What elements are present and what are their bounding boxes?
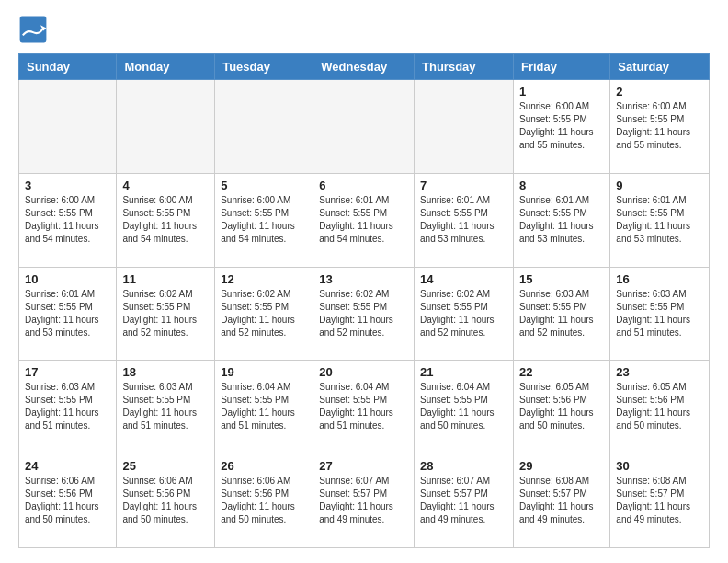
calendar-cell: 24Sunrise: 6:06 AM Sunset: 5:56 PM Dayli… bbox=[19, 454, 117, 548]
day-number: 26 bbox=[221, 459, 307, 473]
header bbox=[18, 15, 710, 44]
weekday-header-wednesday: Wednesday bbox=[313, 54, 415, 80]
day-info: Sunrise: 6:04 AM Sunset: 5:55 PM Dayligh… bbox=[319, 381, 408, 432]
calendar-cell: 16Sunrise: 6:03 AM Sunset: 5:55 PM Dayli… bbox=[610, 267, 710, 361]
day-number: 6 bbox=[319, 178, 408, 192]
day-info: Sunrise: 6:07 AM Sunset: 5:57 PM Dayligh… bbox=[420, 475, 507, 526]
day-number: 13 bbox=[319, 272, 408, 286]
day-info: Sunrise: 6:08 AM Sunset: 5:57 PM Dayligh… bbox=[616, 475, 703, 526]
day-number: 4 bbox=[122, 178, 209, 192]
day-number: 10 bbox=[25, 272, 110, 286]
day-info: Sunrise: 6:00 AM Sunset: 5:55 PM Dayligh… bbox=[122, 194, 209, 246]
page: SundayMondayTuesdayWednesdayThursdayFrid… bbox=[0, 0, 728, 563]
week-row-5: 24Sunrise: 6:06 AM Sunset: 5:56 PM Dayli… bbox=[19, 454, 710, 548]
day-info: Sunrise: 6:04 AM Sunset: 5:55 PM Dayligh… bbox=[420, 381, 507, 432]
week-row-1: 1Sunrise: 6:00 AM Sunset: 5:55 PM Daylig… bbox=[19, 80, 710, 174]
calendar-cell: 13Sunrise: 6:02 AM Sunset: 5:55 PM Dayli… bbox=[313, 267, 415, 361]
day-number: 24 bbox=[25, 459, 110, 473]
day-number: 16 bbox=[616, 272, 703, 286]
logo bbox=[18, 15, 51, 44]
calendar-cell: 2Sunrise: 6:00 AM Sunset: 5:55 PM Daylig… bbox=[610, 80, 710, 174]
day-number: 9 bbox=[616, 178, 703, 192]
day-info: Sunrise: 6:02 AM Sunset: 5:55 PM Dayligh… bbox=[319, 288, 408, 339]
day-number: 21 bbox=[420, 365, 507, 379]
week-row-2: 3Sunrise: 6:00 AM Sunset: 5:55 PM Daylig… bbox=[19, 173, 710, 267]
day-info: Sunrise: 6:01 AM Sunset: 5:55 PM Dayligh… bbox=[319, 194, 408, 246]
day-info: Sunrise: 6:07 AM Sunset: 5:57 PM Dayligh… bbox=[319, 475, 408, 526]
calendar-cell: 25Sunrise: 6:06 AM Sunset: 5:56 PM Dayli… bbox=[117, 454, 215, 548]
day-number: 8 bbox=[519, 178, 604, 192]
day-info: Sunrise: 6:02 AM Sunset: 5:55 PM Dayligh… bbox=[122, 288, 209, 339]
calendar-cell: 20Sunrise: 6:04 AM Sunset: 5:55 PM Dayli… bbox=[313, 361, 415, 454]
calendar-cell: 1Sunrise: 6:00 AM Sunset: 5:55 PM Daylig… bbox=[513, 80, 609, 174]
day-info: Sunrise: 6:08 AM Sunset: 5:57 PM Dayligh… bbox=[519, 475, 604, 526]
calendar-cell: 7Sunrise: 6:01 AM Sunset: 5:55 PM Daylig… bbox=[415, 173, 514, 267]
day-info: Sunrise: 6:03 AM Sunset: 5:55 PM Dayligh… bbox=[25, 381, 110, 432]
calendar-cell: 5Sunrise: 6:00 AM Sunset: 5:55 PM Daylig… bbox=[215, 173, 313, 267]
day-number: 12 bbox=[221, 272, 307, 286]
calendar-cell bbox=[19, 80, 117, 174]
day-info: Sunrise: 6:03 AM Sunset: 5:55 PM Dayligh… bbox=[122, 381, 209, 432]
calendar: SundayMondayTuesdayWednesdayThursdayFrid… bbox=[18, 53, 710, 548]
day-info: Sunrise: 6:00 AM Sunset: 5:55 PM Dayligh… bbox=[221, 194, 307, 246]
day-info: Sunrise: 6:00 AM Sunset: 5:55 PM Dayligh… bbox=[25, 194, 110, 246]
day-info: Sunrise: 6:05 AM Sunset: 5:56 PM Dayligh… bbox=[616, 381, 703, 432]
day-number: 17 bbox=[25, 365, 110, 379]
day-info: Sunrise: 6:02 AM Sunset: 5:55 PM Dayligh… bbox=[221, 288, 307, 339]
weekday-header-row: SundayMondayTuesdayWednesdayThursdayFrid… bbox=[19, 54, 710, 80]
calendar-cell bbox=[415, 80, 514, 174]
calendar-cell: 9Sunrise: 6:01 AM Sunset: 5:55 PM Daylig… bbox=[610, 173, 710, 267]
day-number: 28 bbox=[420, 459, 507, 473]
day-number: 7 bbox=[420, 178, 507, 192]
day-number: 2 bbox=[616, 85, 703, 98]
day-number: 14 bbox=[420, 272, 507, 286]
day-info: Sunrise: 6:01 AM Sunset: 5:55 PM Dayligh… bbox=[519, 194, 604, 246]
day-number: 11 bbox=[122, 272, 209, 286]
calendar-cell: 19Sunrise: 6:04 AM Sunset: 5:55 PM Dayli… bbox=[215, 361, 313, 454]
day-number: 23 bbox=[616, 365, 703, 379]
calendar-cell: 17Sunrise: 6:03 AM Sunset: 5:55 PM Dayli… bbox=[19, 361, 117, 454]
day-info: Sunrise: 6:00 AM Sunset: 5:55 PM Dayligh… bbox=[616, 100, 703, 152]
calendar-cell: 3Sunrise: 6:00 AM Sunset: 5:55 PM Daylig… bbox=[19, 173, 117, 267]
calendar-cell: 22Sunrise: 6:05 AM Sunset: 5:56 PM Dayli… bbox=[513, 361, 609, 454]
calendar-cell: 28Sunrise: 6:07 AM Sunset: 5:57 PM Dayli… bbox=[415, 454, 514, 548]
day-number: 27 bbox=[319, 459, 408, 473]
calendar-cell: 12Sunrise: 6:02 AM Sunset: 5:55 PM Dayli… bbox=[215, 267, 313, 361]
day-number: 15 bbox=[519, 272, 604, 286]
day-number: 3 bbox=[25, 178, 110, 192]
day-info: Sunrise: 6:01 AM Sunset: 5:55 PM Dayligh… bbox=[25, 288, 110, 339]
day-info: Sunrise: 6:01 AM Sunset: 5:55 PM Dayligh… bbox=[420, 194, 507, 246]
day-info: Sunrise: 6:04 AM Sunset: 5:55 PM Dayligh… bbox=[221, 381, 307, 432]
weekday-header-friday: Friday bbox=[513, 54, 609, 80]
weekday-header-thursday: Thursday bbox=[415, 54, 514, 80]
day-info: Sunrise: 6:06 AM Sunset: 5:56 PM Dayligh… bbox=[25, 475, 110, 526]
weekday-header-monday: Monday bbox=[117, 54, 215, 80]
calendar-cell: 10Sunrise: 6:01 AM Sunset: 5:55 PM Dayli… bbox=[19, 267, 117, 361]
day-number: 20 bbox=[319, 365, 408, 379]
day-info: Sunrise: 6:03 AM Sunset: 5:55 PM Dayligh… bbox=[616, 288, 703, 339]
week-row-4: 17Sunrise: 6:03 AM Sunset: 5:55 PM Dayli… bbox=[19, 361, 710, 454]
day-number: 25 bbox=[122, 459, 209, 473]
week-row-3: 10Sunrise: 6:01 AM Sunset: 5:55 PM Dayli… bbox=[19, 267, 710, 361]
calendar-cell bbox=[215, 80, 313, 174]
weekday-header-tuesday: Tuesday bbox=[215, 54, 313, 80]
day-info: Sunrise: 6:05 AM Sunset: 5:56 PM Dayligh… bbox=[519, 381, 604, 432]
calendar-cell: 14Sunrise: 6:02 AM Sunset: 5:55 PM Dayli… bbox=[415, 267, 514, 361]
calendar-cell: 23Sunrise: 6:05 AM Sunset: 5:56 PM Dayli… bbox=[610, 361, 710, 454]
calendar-cell: 30Sunrise: 6:08 AM Sunset: 5:57 PM Dayli… bbox=[610, 454, 710, 548]
calendar-cell: 26Sunrise: 6:06 AM Sunset: 5:56 PM Dayli… bbox=[215, 454, 313, 548]
weekday-header-sunday: Sunday bbox=[19, 54, 117, 80]
day-number: 18 bbox=[122, 365, 209, 379]
calendar-cell: 11Sunrise: 6:02 AM Sunset: 5:55 PM Dayli… bbox=[117, 267, 215, 361]
calendar-cell: 29Sunrise: 6:08 AM Sunset: 5:57 PM Dayli… bbox=[513, 454, 609, 548]
day-number: 5 bbox=[221, 178, 307, 192]
day-info: Sunrise: 6:03 AM Sunset: 5:55 PM Dayligh… bbox=[519, 288, 604, 339]
calendar-cell: 21Sunrise: 6:04 AM Sunset: 5:55 PM Dayli… bbox=[415, 361, 514, 454]
calendar-cell bbox=[313, 80, 415, 174]
calendar-cell: 27Sunrise: 6:07 AM Sunset: 5:57 PM Dayli… bbox=[313, 454, 415, 548]
logo-icon bbox=[18, 15, 48, 44]
day-info: Sunrise: 6:00 AM Sunset: 5:55 PM Dayligh… bbox=[519, 100, 604, 152]
day-number: 29 bbox=[519, 459, 604, 473]
day-number: 19 bbox=[221, 365, 307, 379]
calendar-cell: 8Sunrise: 6:01 AM Sunset: 5:55 PM Daylig… bbox=[513, 173, 609, 267]
